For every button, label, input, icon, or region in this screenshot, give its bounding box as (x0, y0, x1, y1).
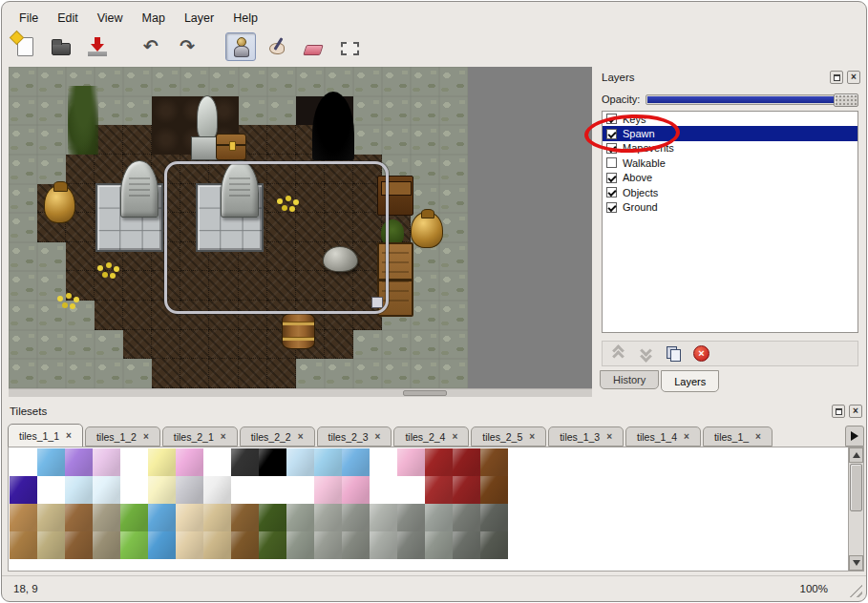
tileset-tile[interactable] (314, 504, 342, 531)
map-horizontal-scrollbar[interactable] (9, 388, 592, 397)
tileset-tile[interactable] (370, 448, 397, 476)
tileset-tile[interactable] (314, 531, 342, 559)
selection-resize-handle[interactable] (371, 297, 383, 308)
scrollbar-handle[interactable] (403, 390, 447, 396)
tileset-tile[interactable] (480, 448, 508, 476)
tileset-tile[interactable] (120, 448, 148, 476)
tileset-tile[interactable] (148, 448, 176, 476)
layer-row-spawn[interactable]: Spawn (603, 126, 857, 140)
tileset-tile[interactable] (397, 476, 425, 504)
tab-close-icon[interactable]: × (221, 432, 226, 442)
layer-visibility-checkbox[interactable] (606, 173, 617, 183)
menu-map[interactable]: Map (138, 10, 169, 27)
map-selection-rect[interactable] (164, 161, 389, 314)
tileset-tile[interactable] (176, 476, 203, 504)
tab-close-icon[interactable]: × (529, 432, 535, 442)
tileset-tile[interactable] (453, 531, 480, 559)
tileset-tile[interactable] (203, 504, 231, 531)
new-map-button[interactable] (10, 32, 40, 61)
eraser-tool-button[interactable] (298, 32, 328, 61)
tileset-tile[interactable] (370, 504, 397, 531)
tab-close-icon[interactable]: × (375, 432, 381, 442)
scrollbar-handle[interactable] (850, 464, 862, 511)
tileset-tab-tiles_2_3[interactable]: tiles_2_3× (317, 426, 392, 447)
tileset-tile[interactable] (480, 476, 508, 504)
tileset-tile[interactable] (370, 531, 397, 559)
tileset-tile[interactable] (148, 504, 176, 531)
layer-row-above[interactable]: Above (603, 171, 857, 185)
tileset-tile[interactable] (231, 504, 259, 531)
tileset-tile[interactable] (10, 448, 37, 476)
resize-grip[interactable] (849, 584, 862, 597)
tileset-tab-tiles_1_1[interactable]: tiles_1_1× (8, 424, 83, 447)
tileset-tile[interactable] (176, 448, 203, 476)
tileset-tile[interactable] (286, 531, 314, 559)
tileset-tile[interactable] (120, 531, 148, 559)
tileset-tile[interactable] (397, 531, 425, 559)
dock-tab-layers[interactable]: Layers (661, 370, 719, 392)
tab-close-icon[interactable]: × (452, 432, 457, 442)
tab-close-icon[interactable]: × (143, 432, 149, 442)
tileset-tile[interactable] (370, 476, 397, 504)
tileset-tile[interactable] (120, 476, 148, 504)
panel-float-button[interactable] (830, 71, 843, 84)
tileset-tile[interactable] (203, 531, 231, 559)
panel-close-button[interactable]: × (849, 405, 862, 418)
raise-layer-button[interactable] (610, 345, 627, 363)
layer-row-ground[interactable]: Ground (603, 199, 857, 214)
brush-tool-button[interactable] (262, 32, 292, 61)
tileset-tile[interactable] (37, 504, 65, 531)
panel-float-button[interactable] (832, 405, 845, 418)
tileset-tile[interactable] (480, 504, 508, 531)
save-map-button[interactable] (82, 32, 113, 61)
tileset-tile[interactable] (37, 476, 65, 504)
tileset-tile[interactable] (286, 476, 314, 504)
tileset-tile[interactable] (342, 531, 370, 559)
tileset-tile[interactable] (37, 531, 65, 559)
tab-close-icon[interactable]: × (298, 432, 304, 442)
tileset-tab-tiles_1_3[interactable]: tiles_1_3× (548, 426, 624, 447)
panel-close-button[interactable]: × (847, 71, 860, 84)
tileset-tile[interactable] (259, 531, 286, 559)
layer-visibility-checkbox[interactable] (606, 187, 617, 198)
stamp-tool-button[interactable] (225, 32, 256, 61)
tab-close-icon[interactable]: × (66, 431, 72, 441)
tileset-tile[interactable] (203, 448, 231, 476)
tileset-tile[interactable] (397, 448, 425, 476)
menu-help[interactable]: Help (229, 10, 262, 27)
tileset-tile[interactable] (231, 448, 259, 476)
open-map-button[interactable] (46, 32, 76, 61)
tileset-tile[interactable] (176, 504, 203, 531)
tab-close-icon[interactable]: × (606, 432, 612, 442)
tileset-tile[interactable] (314, 476, 342, 504)
opacity-slider[interactable] (646, 94, 858, 105)
tileset-view[interactable] (8, 447, 864, 572)
scroll-down-button[interactable] (849, 555, 863, 571)
tileset-tile[interactable] (342, 504, 370, 531)
tileset-tile[interactable] (65, 448, 93, 476)
tileset-tile[interactable] (10, 531, 37, 559)
tileset-tile[interactable] (453, 476, 480, 504)
layer-visibility-checkbox[interactable] (606, 129, 617, 139)
tileset-tile[interactable] (259, 476, 286, 504)
tileset-tile[interactable] (93, 531, 120, 559)
tileset-tile[interactable] (425, 476, 453, 504)
tileset-tile[interactable] (10, 504, 37, 531)
tileset-tab-tiles_1_[interactable]: tiles_1_× (703, 426, 773, 447)
tileset-tile[interactable] (148, 476, 176, 504)
layer-row-walkable[interactable]: Walkable (603, 156, 857, 170)
opacity-slider-handle[interactable] (834, 94, 858, 107)
layer-row-keys[interactable]: Keys (603, 112, 857, 126)
tileset-tab-tiles_1_4[interactable]: tiles_1_4× (625, 426, 701, 447)
layer-visibility-checkbox[interactable] (606, 202, 617, 213)
tab-close-icon[interactable]: × (684, 432, 689, 442)
menu-edit[interactable]: Edit (53, 10, 82, 27)
tileset-tab-tiles_2_1[interactable]: tiles_2_1× (162, 426, 238, 447)
tileset-tile[interactable] (453, 448, 480, 476)
layer-row-objects[interactable]: Objects (603, 185, 857, 199)
tileset-tile[interactable] (286, 504, 314, 531)
tileset-tab-tiles_2_5[interactable]: tiles_2_5× (471, 426, 546, 447)
tileset-tile[interactable] (93, 476, 120, 504)
layer-row-mapevents[interactable]: Mapevents (603, 141, 857, 156)
layer-visibility-checkbox[interactable] (606, 143, 617, 154)
